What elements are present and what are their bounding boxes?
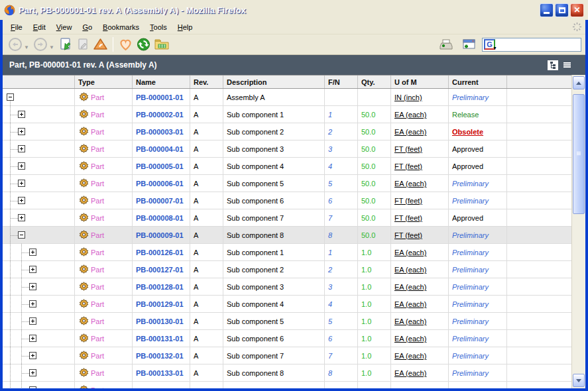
folder-grid-button[interactable] (152, 36, 171, 53)
part-type-link[interactable]: Part (91, 249, 104, 256)
part-type-link[interactable]: Part (91, 145, 104, 153)
part-type-link[interactable]: Part (91, 214, 104, 222)
part-type-link[interactable]: Part (91, 93, 104, 101)
back-button[interactable] (7, 36, 24, 53)
uom-link[interactable]: IN (inch) (394, 93, 422, 101)
part-number-link[interactable]: PB-000003-01 (136, 128, 184, 136)
uom-link[interactable]: EA (each) (394, 111, 426, 119)
expand-toggle[interactable] (29, 283, 36, 290)
alert-triangle-button[interactable] (91, 36, 109, 53)
uom-link[interactable]: FT (feet) (394, 145, 422, 153)
menu-view[interactable]: View (51, 21, 78, 33)
part-number-link[interactable]: PB-000128-01 (136, 283, 184, 291)
scroll-up-button[interactable] (573, 76, 585, 89)
collapse-toggle[interactable] (7, 93, 14, 101)
add-page-button[interactable] (437, 36, 455, 53)
search-dropdown-caret[interactable]: ▼ (493, 46, 497, 50)
part-type-link[interactable]: Part (91, 180, 104, 188)
part-number-link[interactable]: PB-000005-01 (136, 162, 184, 170)
scrollbar-thumb[interactable] (573, 94, 585, 214)
part-number-link[interactable]: PB-000006-01 (136, 180, 184, 188)
part-type-link[interactable]: Part (91, 231, 104, 239)
part-type-link[interactable]: Part (91, 352, 104, 360)
uom-link[interactable]: FT (feet) (394, 197, 422, 205)
expand-toggle[interactable] (29, 369, 36, 376)
refresh-button[interactable] (135, 36, 152, 53)
list-view-icon[interactable] (561, 60, 572, 70)
expand-toggle[interactable] (29, 300, 36, 307)
menu-edit[interactable]: Edit (28, 21, 51, 33)
status-value[interactable]: Obsolete (452, 128, 483, 136)
uom-link[interactable]: FT (feet) (394, 214, 422, 222)
expand-toggle[interactable] (29, 317, 36, 325)
open-page-button[interactable] (57, 36, 74, 53)
uom-link[interactable]: EA (each) (394, 352, 426, 360)
add-window-button[interactable] (459, 36, 478, 53)
uom-link[interactable]: EA (each) (394, 128, 426, 136)
menu-help[interactable]: Help (172, 21, 198, 33)
menu-go[interactable]: Go (77, 21, 97, 33)
uom-link[interactable]: EA (each) (394, 335, 426, 343)
part-number-link[interactable]: PB-000002-01 (136, 111, 184, 119)
forward-button[interactable] (32, 36, 49, 53)
uom-link[interactable]: EA (each) (394, 317, 426, 325)
expand-toggle[interactable] (18, 214, 25, 221)
uom-link[interactable]: EA (each) (394, 180, 426, 188)
forward-dropdown-icon[interactable]: ▼ (49, 44, 54, 50)
part-type-link[interactable]: Part (91, 283, 104, 291)
expand-toggle[interactable] (18, 180, 25, 187)
expand-toggle[interactable] (18, 128, 25, 135)
part-type-link[interactable]: Part (91, 386, 104, 389)
part-number-link[interactable]: PB-000008-01 (136, 214, 184, 222)
part-type-link[interactable]: Part (91, 197, 104, 205)
uom-link[interactable]: EA (each) (394, 300, 426, 308)
part-type-link[interactable]: Part (91, 266, 104, 274)
expand-toggle[interactable] (29, 266, 36, 273)
expand-toggle[interactable] (29, 386, 36, 388)
minimize-button[interactable] (540, 3, 554, 17)
part-number-link[interactable]: PB-000004-01 (136, 145, 184, 153)
favorites-heart-button[interactable] (117, 36, 135, 53)
vertical-scrollbar[interactable] (571, 75, 585, 388)
back-dropdown-icon[interactable]: ▼ (24, 44, 29, 50)
part-number-link[interactable]: PB-000007-01 (136, 197, 184, 205)
menu-bookmarks[interactable]: Bookmarks (97, 21, 145, 33)
part-type-link[interactable]: Part (91, 128, 104, 136)
part-number-link[interactable]: PB-000132-01 (136, 352, 184, 360)
collapse-toggle[interactable] (18, 231, 25, 239)
menu-tools[interactable]: Tools (145, 21, 172, 33)
expand-toggle[interactable] (18, 197, 25, 204)
part-number-link[interactable]: PB-000126-01 (136, 249, 184, 256)
title-bar[interactable]: Part, PB-000001-01 rev. A (Assembly A) -… (0, 0, 588, 20)
part-type-link[interactable]: Part (91, 335, 104, 343)
uom-link[interactable]: EA (each) (394, 249, 426, 256)
part-type-link[interactable]: Part (91, 111, 104, 119)
expand-toggle[interactable] (29, 249, 36, 256)
part-number-link[interactable]: PB-000133-01 (136, 369, 184, 377)
uom-link[interactable]: FT (feet) (394, 162, 422, 170)
part-type-link[interactable]: Part (91, 317, 104, 325)
expand-toggle[interactable] (18, 145, 25, 152)
part-number-link[interactable]: PB-000129-01 (136, 300, 184, 308)
expand-toggle[interactable] (29, 335, 36, 342)
tree-view-icon[interactable] (548, 60, 558, 70)
part-number-link[interactable]: PB-000009-01 (136, 231, 184, 239)
pin-page-button[interactable] (74, 36, 91, 53)
part-number-link[interactable]: PB-000127-01 (136, 266, 184, 274)
expand-toggle[interactable] (18, 162, 25, 170)
menu-file[interactable]: File (5, 21, 28, 33)
part-type-link[interactable]: Part (91, 369, 104, 377)
part-type-link[interactable]: Part (91, 300, 104, 308)
expand-toggle[interactable] (18, 111, 25, 118)
uom-link[interactable]: EA (each) (394, 369, 426, 377)
scroll-down-button[interactable] (573, 374, 585, 387)
uom-link[interactable]: FT (feet) (394, 231, 422, 239)
maximize-button[interactable] (555, 3, 569, 17)
uom-link[interactable]: EA (each) (394, 266, 426, 274)
close-button[interactable]: ✕ (570, 3, 584, 17)
expand-toggle[interactable] (29, 352, 36, 359)
part-number-link[interactable]: PB-000130-01 (136, 317, 184, 325)
uom-link[interactable]: EA (each) (394, 283, 426, 291)
part-type-link[interactable]: Part (91, 162, 104, 170)
part-number-link[interactable]: PB-000001-01 (136, 93, 184, 101)
